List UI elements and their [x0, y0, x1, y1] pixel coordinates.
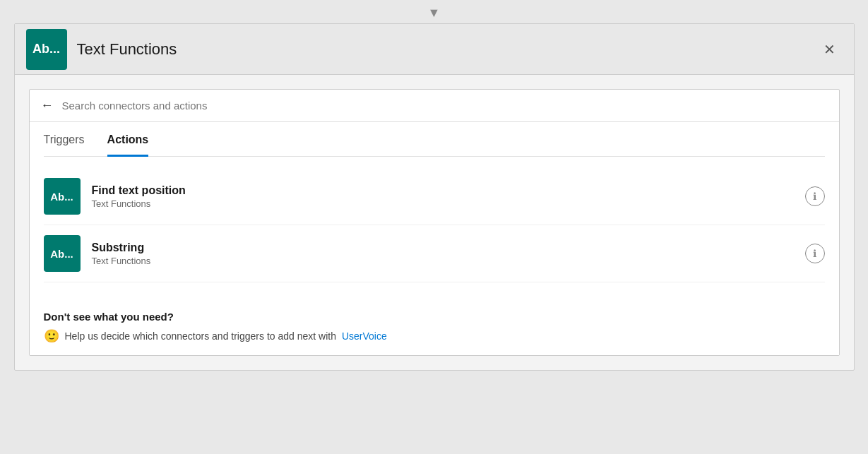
- info-button-substring[interactable]: ℹ: [805, 244, 825, 263]
- action-connector-substring: Text Functions: [92, 256, 805, 266]
- uservoice-link[interactable]: UserVoice: [342, 330, 387, 342]
- action-name-substring: Substring: [92, 241, 805, 254]
- action-name-find-text: Find text position: [92, 184, 805, 197]
- panel-header: Ab... Text Functions ✕: [15, 24, 854, 75]
- header-icon: Ab...: [26, 29, 67, 70]
- tabs-bar: Triggers Actions: [44, 122, 825, 157]
- info-button-find-text[interactable]: ℹ: [805, 186, 825, 206]
- smile-icon: 🙂: [44, 328, 59, 344]
- back-button[interactable]: ←: [41, 98, 54, 113]
- search-bar: ←: [30, 90, 839, 122]
- panel-body: ← Triggers Actions: [15, 75, 854, 370]
- action-icon-substring: Ab...: [44, 235, 81, 272]
- main-panel: Ab... Text Functions ✕ ←: [14, 23, 855, 371]
- action-connector-find-text: Text Functions: [92, 198, 805, 209]
- search-input[interactable]: [62, 100, 828, 112]
- action-item-substring[interactable]: Ab... Substring Text Functions ℹ: [44, 225, 825, 282]
- search-container: ← Triggers Actions: [29, 89, 840, 356]
- close-icon: ✕: [824, 41, 836, 58]
- panel-title: Text Functions: [77, 40, 817, 59]
- footer-title: Don't see what you need?: [44, 311, 825, 323]
- tabs-and-content: Triggers Actions Ab...: [30, 122, 839, 294]
- action-icon-find-text: Ab...: [44, 178, 81, 215]
- footer-section: Don't see what you need? 🙂 Help us decid…: [30, 294, 839, 355]
- panel: ▼ Ab... Text Functions ✕ ←: [14, 6, 855, 371]
- top-arrow-indicator: ▼: [428, 6, 441, 20]
- action-info-substring: Substring Text Functions: [92, 241, 805, 266]
- action-item-find-text[interactable]: Ab... Find text position Text Functions …: [44, 168, 825, 225]
- footer-description: Help us decide which connectors and trig…: [65, 330, 336, 342]
- footer-text: 🙂 Help us decide which connectors and tr…: [44, 328, 825, 344]
- action-info-find-text: Find text position Text Functions: [92, 184, 805, 209]
- back-arrow-icon: ←: [41, 98, 54, 112]
- close-button[interactable]: ✕: [817, 37, 843, 62]
- tab-triggers[interactable]: Triggers: [44, 133, 85, 157]
- action-list: Ab... Find text position Text Functions …: [44, 157, 825, 294]
- tab-actions[interactable]: Actions: [107, 133, 149, 157]
